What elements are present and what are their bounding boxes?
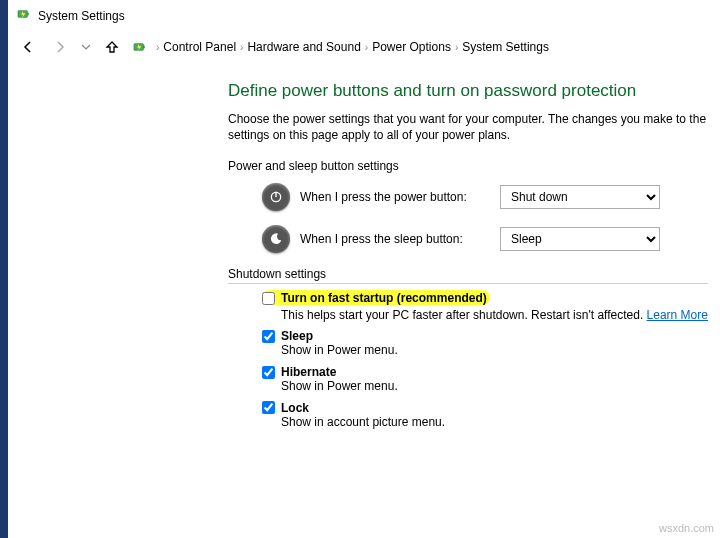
sleep-button-select[interactable]: Sleep xyxy=(500,227,660,251)
back-button[interactable] xyxy=(16,35,40,59)
svg-rect-1 xyxy=(27,13,28,16)
power-button-label: When I press the power button: xyxy=(300,190,490,204)
learn-more-link[interactable]: Learn More xyxy=(647,308,708,322)
lock-label: Lock xyxy=(281,401,309,415)
page-title: Define power buttons and turn on passwor… xyxy=(228,81,720,101)
window-title: System Settings xyxy=(38,9,125,23)
fast-startup-checkbox[interactable] xyxy=(262,292,275,305)
chevron-right-icon: › xyxy=(156,42,159,53)
battery-icon xyxy=(132,39,148,55)
power-icon xyxy=(262,183,290,211)
fast-startup-label: Turn on fast startup (recommended) xyxy=(281,291,487,305)
sleep-checkbox[interactable] xyxy=(262,330,275,343)
lock-checkbox[interactable] xyxy=(262,401,275,414)
chevron-right-icon: › xyxy=(455,42,458,53)
power-button-select[interactable]: Shut down xyxy=(500,185,660,209)
up-button[interactable] xyxy=(100,35,124,59)
chevron-right-icon: › xyxy=(365,42,368,53)
svg-rect-3 xyxy=(143,46,144,49)
watermark: wsxdn.com xyxy=(659,522,714,534)
hibernate-checkbox[interactable] xyxy=(262,366,275,379)
chevron-right-icon: › xyxy=(240,42,243,53)
sleep-label: Sleep xyxy=(281,329,313,343)
forward-button[interactable] xyxy=(48,35,72,59)
hibernate-label: Hibernate xyxy=(281,365,336,379)
sleep-button-label: When I press the sleep button: xyxy=(300,232,490,246)
page-intro: Choose the power settings that you want … xyxy=(228,111,720,143)
breadcrumb-item[interactable]: Control Panel xyxy=(163,40,236,54)
battery-icon xyxy=(16,6,32,25)
recent-dropdown-icon[interactable] xyxy=(80,35,92,59)
lock-desc: Show in account picture menu. xyxy=(281,415,720,431)
fast-startup-desc: This helps start your PC faster after sh… xyxy=(281,308,647,322)
hibernate-desc: Show in Power menu. xyxy=(281,379,720,395)
sleep-icon xyxy=(262,225,290,253)
breadcrumb-item[interactable]: Hardware and Sound xyxy=(247,40,360,54)
breadcrumb[interactable]: › Control Panel › Hardware and Sound › P… xyxy=(156,40,549,54)
breadcrumb-item[interactable]: System Settings xyxy=(462,40,549,54)
section-heading-shutdown: Shutdown settings xyxy=(228,267,708,284)
breadcrumb-item[interactable]: Power Options xyxy=(372,40,451,54)
sleep-desc: Show in Power menu. xyxy=(281,343,720,359)
section-heading-buttons: Power and sleep button settings xyxy=(228,159,720,173)
